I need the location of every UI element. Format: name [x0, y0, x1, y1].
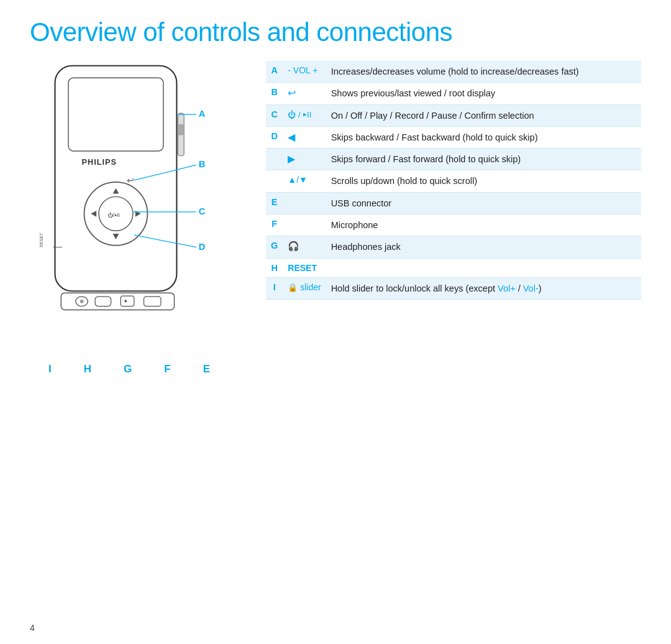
table-row: A - VOL + Increases/decreases volume (ho… — [266, 61, 641, 83]
device-diagram: PHILIPS ⏻/▶II ↩ RESET — [30, 58, 241, 375]
row-icon-D: ◀ — [283, 126, 326, 148]
row-desc-A: Increases/decreases volume (hold to incr… — [326, 61, 641, 83]
table-row: C ⏻ / ▶II On / Off / Play / Record / Pau… — [266, 104, 641, 126]
label-G: G — [124, 363, 132, 375]
device-illustration: PHILIPS ⏻/▶II ↩ RESET — [30, 58, 229, 357]
row-letter-E: E — [266, 192, 283, 214]
diagram-bottom-labels: I H G F E — [30, 363, 210, 375]
svg-text:A: A — [199, 109, 206, 119]
row-desc-D: Skips backward / Fast backward (hold to … — [326, 126, 641, 148]
row-desc-F: Microphone — [326, 214, 641, 236]
svg-text:C: C — [199, 206, 206, 216]
row-icon-F — [283, 214, 326, 236]
row-letter-I: I — [266, 277, 283, 299]
row-letter-H: H — [266, 258, 283, 277]
svg-rect-12 — [178, 124, 184, 136]
svg-text:D: D — [199, 242, 206, 252]
row-letter-updown — [266, 170, 283, 192]
row-desc-E: USB connector — [326, 192, 641, 214]
row-desc-fwd: Skips forward / Fast forward (hold to qu… — [326, 149, 641, 170]
row-desc-G: Headphones jack — [326, 236, 641, 258]
row-letter-G: G — [266, 236, 283, 258]
svg-rect-21 — [144, 297, 161, 306]
svg-text:B: B — [199, 159, 206, 169]
svg-text:RESET: RESET — [39, 232, 43, 247]
row-desc-C: On / Off / Play / Record / Pause / Confi… — [326, 104, 641, 126]
table-row: E USB connector — [266, 192, 641, 214]
table-row: ▶ Skips forward / Fast forward (hold to … — [266, 149, 641, 170]
row-icon-I: 🔒 slider — [283, 277, 326, 299]
row-icon-G: 🎧 — [283, 236, 326, 258]
row-desc-I: Hold slider to lock/unlock all keys (exc… — [326, 277, 641, 299]
svg-point-17 — [80, 300, 84, 303]
row-icon-updown: ▲/▼ — [283, 170, 326, 192]
table-row: G 🎧 Headphones jack — [266, 236, 641, 258]
label-I: I — [48, 363, 52, 375]
table-row: B ↩ Shows previous/last viewed / root di… — [266, 83, 641, 104]
svg-rect-1 — [68, 78, 163, 151]
svg-text:PHILIPS: PHILIPS — [82, 157, 117, 167]
table-row: F Microphone — [266, 214, 641, 236]
row-letter-B: B — [266, 83, 283, 104]
row-icon-B: ↩ — [283, 83, 326, 104]
label-H: H — [84, 363, 91, 375]
label-F: F — [164, 363, 170, 375]
label-E: E — [203, 363, 210, 375]
page-number: 4 — [30, 623, 35, 633]
row-icon-C: ⏻ / ▶II — [283, 104, 326, 126]
row-desc-B: Shows previous/last viewed / root displa… — [326, 83, 641, 104]
svg-text:↩: ↩ — [127, 176, 134, 185]
row-icon-E — [283, 192, 326, 214]
row-desc-updown: Scrolls up/down (hold to quick scroll) — [326, 170, 641, 192]
row-icon-fwd: ▶ — [283, 149, 326, 170]
page-title: Overview of controls and connections — [0, 0, 671, 58]
table-row: D ◀ Skips backward / Fast backward (hold… — [266, 126, 641, 148]
row-desc-H — [326, 258, 641, 277]
row-icon-A: - VOL + — [283, 61, 326, 83]
svg-rect-18 — [95, 297, 111, 306]
row-letter-A: A — [266, 61, 283, 83]
table-row: ▲/▼ Scrolls up/down (hold to quick scrol… — [266, 170, 641, 192]
row-icon-H: RESET — [283, 258, 326, 277]
table-row: I 🔒 slider Hold slider to lock/unlock al… — [266, 277, 641, 299]
row-letter-F: F — [266, 214, 283, 236]
controls-table: A - VOL + Increases/decreases volume (ho… — [266, 61, 641, 300]
row-letter-fwd — [266, 149, 283, 170]
row-letter-C: C — [266, 104, 283, 126]
svg-text:✦: ✦ — [123, 298, 128, 305]
svg-text:⏻/▶II: ⏻/▶II — [107, 212, 120, 218]
table-row: H RESET — [266, 258, 641, 277]
row-letter-D: D — [266, 126, 283, 148]
